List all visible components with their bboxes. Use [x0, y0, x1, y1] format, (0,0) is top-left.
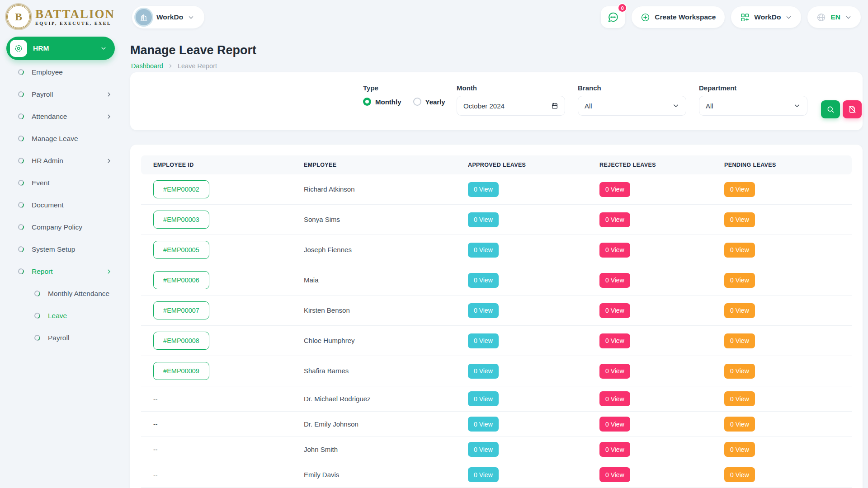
pending-leaves-badge[interactable]: 0 View — [724, 333, 755, 348]
approved-leaves-badge[interactable]: 0 View — [468, 212, 499, 227]
monthly-radio[interactable] — [363, 98, 371, 106]
sidebar: RetainerInvoicePurchasesProjectsAccounti… — [6, 36, 120, 349]
calendar-icon — [551, 102, 558, 109]
sidebar-item-company-policy[interactable]: Company Policy — [6, 216, 120, 238]
bullet-icon — [17, 135, 25, 142]
department-select[interactable]: All — [699, 96, 807, 116]
messages-button[interactable]: 0 — [601, 6, 625, 28]
approved-leaves-badge[interactable]: 0 View — [468, 243, 499, 258]
sidebar-item-payroll[interactable]: Payroll — [6, 327, 120, 349]
chevron-right-icon — [106, 91, 112, 98]
chevron-down-icon — [100, 45, 107, 52]
approved-leaves-badge[interactable]: 0 View — [468, 182, 499, 197]
employee-name: Sonya Sims — [304, 216, 340, 223]
rejected-leaves-badge[interactable]: 0 View — [599, 467, 630, 482]
approved-leaves-badge[interactable]: 0 View — [468, 391, 499, 406]
workspace-name: WorkDo — [156, 13, 183, 21]
leave-report-table: EMPLOYEE IDEMPLOYEEAPPROVED LEAVESREJECT… — [130, 145, 863, 488]
pending-leaves-badge[interactable]: 0 View — [724, 243, 755, 258]
yearly-radio[interactable] — [413, 98, 421, 106]
rejected-leaves-badge[interactable]: 0 View — [599, 303, 630, 318]
pending-leaves-badge[interactable]: 0 View — [724, 417, 755, 432]
sidebar-item-manage-leave[interactable]: Manage Leave — [6, 127, 120, 150]
sidebar-item-document[interactable]: Document — [6, 194, 120, 216]
pending-leaves-badge[interactable]: 0 View — [724, 273, 755, 288]
approved-leaves-badge[interactable]: 0 View — [468, 333, 499, 348]
table-row: --John Smith0 View0 View0 View — [141, 437, 852, 462]
yearly-radio-option[interactable]: Yearly — [413, 98, 445, 106]
sidebar-item-monthly-attendance[interactable]: Monthly Attendance — [6, 282, 120, 305]
approved-leaves-badge[interactable]: 0 View — [468, 273, 499, 288]
employee-id-badge[interactable]: #EMP00002 — [153, 180, 209, 198]
monthly-radio-label: Monthly — [375, 98, 401, 106]
workdo-menu-button[interactable]: WorkDo — [731, 6, 801, 28]
rejected-leaves-badge[interactable]: 0 View — [599, 417, 630, 432]
employee-id-badge[interactable]: #EMP00003 — [153, 211, 209, 229]
sidebar-item-event[interactable]: Event — [6, 172, 120, 194]
brand-emblem-icon: B — [6, 5, 31, 29]
column-header-pending-leaves: PENDING LEAVES — [712, 162, 852, 168]
pending-leaves-badge[interactable]: 0 View — [724, 182, 755, 197]
sidebar-item-employee[interactable]: Employee — [6, 61, 120, 83]
sidebar-item-label: Payroll — [48, 334, 69, 342]
employee-name: John Smith — [304, 446, 338, 453]
month-input[interactable]: October 2024 — [457, 96, 565, 116]
sidebar-item-report[interactable]: Report — [6, 260, 120, 282]
approved-leaves-badge[interactable]: 0 View — [468, 442, 499, 457]
approved-leaves-badge[interactable]: 0 View — [468, 417, 499, 432]
pending-leaves-badge[interactable]: 0 View — [724, 212, 755, 227]
monthly-radio-option[interactable]: Monthly — [363, 98, 401, 106]
language-selector[interactable]: EN — [807, 6, 861, 28]
employee-id-badge[interactable]: #EMP00005 — [153, 241, 209, 259]
globe-icon — [816, 13, 826, 22]
rejected-leaves-badge[interactable]: 0 View — [599, 364, 630, 379]
approved-leaves-badge[interactable]: 0 View — [468, 364, 499, 379]
pending-leaves-badge[interactable]: 0 View — [724, 364, 755, 379]
month-filter: Month October 2024 — [457, 84, 565, 116]
branch-value: All — [585, 102, 592, 110]
chevron-down-icon — [672, 102, 679, 109]
breadcrumb-dashboard-link[interactable]: Dashboard — [131, 62, 163, 70]
sidebar-item-label: Document — [32, 201, 64, 209]
employee-id-badge[interactable]: #EMP00006 — [153, 271, 209, 289]
notification-badge: 0 — [618, 3, 627, 13]
rejected-leaves-badge[interactable]: 0 View — [599, 273, 630, 288]
approved-leaves-badge[interactable]: 0 View — [468, 303, 499, 318]
rejected-leaves-badge[interactable]: 0 View — [599, 243, 630, 258]
rejected-leaves-badge[interactable]: 0 View — [599, 182, 630, 197]
bullet-icon — [17, 90, 25, 98]
approved-leaves-badge[interactable]: 0 View — [468, 467, 499, 482]
rejected-leaves-badge[interactable]: 0 View — [599, 212, 630, 227]
search-button[interactable] — [821, 100, 840, 118]
pending-leaves-badge[interactable]: 0 View — [724, 303, 755, 318]
employee-id-badge[interactable]: #EMP00009 — [153, 362, 209, 380]
rejected-leaves-badge[interactable]: 0 View — [599, 333, 630, 348]
sidebar-item-hrm[interactable]: HRM — [6, 36, 120, 61]
sidebar-item-hr-admin[interactable]: HR Admin — [6, 150, 120, 172]
sidebar-item-attendance[interactable]: Attendance — [6, 105, 120, 127]
type-filter: Type Monthly Yearly — [363, 84, 445, 106]
pending-leaves-badge[interactable]: 0 View — [724, 391, 755, 406]
sidebar-item-label: Leave — [48, 312, 67, 320]
active-module-pill[interactable]: HRM — [6, 37, 115, 60]
hrm-circle-icon — [10, 40, 27, 57]
workspace-selector[interactable]: WorkDo — [132, 6, 204, 28]
employee-id-badge[interactable]: #EMP00007 — [153, 301, 209, 319]
employee-id-badge[interactable]: #EMP00008 — [153, 332, 209, 350]
sidebar-item-system-setup[interactable]: System Setup — [6, 238, 120, 260]
pending-leaves-badge[interactable]: 0 View — [724, 442, 755, 457]
create-workspace-button[interactable]: Create Workspace — [632, 6, 725, 28]
employee-id-empty: -- — [153, 395, 157, 403]
month-label: Month — [457, 84, 565, 92]
grid-plus-icon — [740, 13, 750, 22]
table-row: --Dr. Emily Johnson0 View0 View0 View — [141, 412, 852, 437]
sidebar-item-payroll[interactable]: Payroll — [6, 83, 120, 105]
reset-button[interactable] — [843, 100, 862, 118]
bullet-icon — [17, 267, 25, 275]
branch-select[interactable]: All — [578, 96, 686, 116]
rejected-leaves-badge[interactable]: 0 View — [599, 391, 630, 406]
sidebar-item-leave[interactable]: Leave — [6, 305, 120, 327]
pending-leaves-badge[interactable]: 0 View — [724, 467, 755, 482]
rejected-leaves-badge[interactable]: 0 View — [599, 442, 630, 457]
workdo-menu-label: WorkDo — [754, 13, 781, 21]
